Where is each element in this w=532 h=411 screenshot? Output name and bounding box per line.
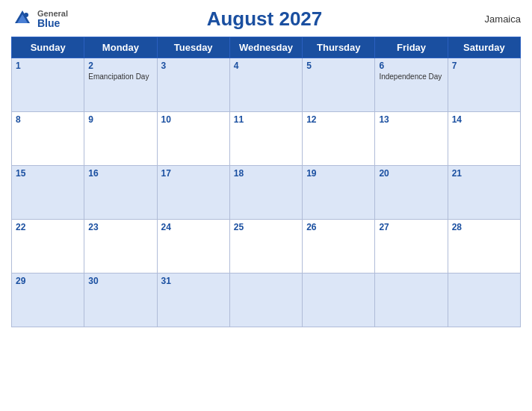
- calendar-day-cell: 29: [12, 274, 84, 327]
- calendar-day-cell: 24: [157, 220, 229, 274]
- day-number: 15: [16, 168, 80, 179]
- logo-blue: Blue: [37, 18, 68, 28]
- calendar-day-cell: 6Independence Day: [375, 58, 448, 112]
- col-thursday: Thursday: [303, 37, 375, 58]
- calendar-day-cell: 18: [229, 166, 302, 220]
- day-number: 27: [379, 222, 443, 232]
- calendar-day-cell: 27: [375, 220, 448, 274]
- day-number: 10: [161, 114, 226, 125]
- calendar-day-cell: 7: [448, 58, 520, 112]
- day-number: 13: [379, 114, 443, 125]
- svg-point-2: [24, 13, 28, 17]
- country-label: Jamaica: [461, 13, 521, 25]
- calendar-day-cell: 21: [448, 166, 520, 220]
- calendar-day-cell: [375, 274, 448, 327]
- calendar-day-cell: 31: [157, 274, 229, 327]
- calendar-week-row: 293031: [12, 274, 521, 327]
- calendar-day-cell: 15: [12, 166, 84, 220]
- day-number: 17: [161, 168, 226, 179]
- day-number: 25: [234, 222, 298, 232]
- calendar-week-row: 22232425262728: [12, 220, 521, 274]
- calendar-day-cell: 8: [12, 112, 84, 166]
- calendar-week-row: 15161718192021: [12, 166, 521, 220]
- page: General Blue August 2027 Jamaica Sunday …: [0, 0, 532, 411]
- calendar-day-cell: 10: [157, 112, 229, 166]
- calendar-day-cell: 19: [303, 166, 375, 220]
- day-number: 3: [161, 61, 226, 71]
- day-number: 9: [88, 114, 152, 125]
- calendar-day-cell: 22: [12, 220, 84, 274]
- day-number: 18: [234, 168, 298, 179]
- day-number: 8: [16, 114, 80, 125]
- logo-text: General Blue: [37, 10, 68, 28]
- day-number: 24: [161, 222, 226, 232]
- calendar-day-cell: 9: [84, 112, 157, 166]
- day-number: 6: [379, 61, 443, 71]
- col-wednesday: Wednesday: [229, 37, 302, 58]
- day-number: 31: [161, 276, 226, 286]
- calendar-body: 12Emancipation Day3456Independence Day78…: [12, 58, 521, 327]
- col-sunday: Sunday: [12, 37, 84, 58]
- logo-bird-icon: [11, 8, 34, 31]
- calendar-day-cell: 5: [303, 58, 375, 112]
- calendar-day-cell: 26: [303, 220, 375, 274]
- col-friday: Friday: [375, 37, 448, 58]
- day-number: 7: [452, 61, 516, 71]
- calendar-day-cell: 14: [448, 112, 520, 166]
- day-number: 1: [16, 61, 80, 71]
- day-number: 14: [452, 114, 516, 125]
- calendar-day-cell: 28: [448, 220, 520, 274]
- calendar-week-row: 891011121314: [12, 112, 521, 166]
- calendar-day-cell: 1: [12, 58, 84, 112]
- day-number: 28: [452, 222, 516, 232]
- calendar-day-cell: 3: [157, 58, 229, 112]
- calendar-header: General Blue August 2027 Jamaica: [11, 7, 521, 31]
- calendar-day-cell: 17: [157, 166, 229, 220]
- calendar-week-row: 12Emancipation Day3456Independence Day7: [12, 58, 521, 112]
- calendar-day-cell: 11: [229, 112, 302, 166]
- day-number: 22: [16, 222, 80, 232]
- day-number: 29: [16, 276, 80, 286]
- col-saturday: Saturday: [448, 37, 520, 58]
- calendar-day-cell: 20: [375, 166, 448, 220]
- day-number: 11: [234, 114, 298, 125]
- calendar-day-cell: 12: [303, 112, 375, 166]
- col-tuesday: Tuesday: [157, 37, 229, 58]
- calendar-day-cell: 2Emancipation Day: [84, 58, 157, 112]
- calendar-day-cell: 13: [375, 112, 448, 166]
- day-event: Independence Day: [379, 72, 443, 81]
- day-number: 30: [88, 276, 152, 286]
- day-event: Emancipation Day: [88, 72, 152, 81]
- calendar-day-cell: [303, 274, 375, 327]
- logo: General Blue: [11, 8, 68, 31]
- day-number: 19: [306, 168, 371, 179]
- calendar-day-cell: [448, 274, 520, 327]
- calendar-day-cell: 23: [84, 220, 157, 274]
- calendar-day-cell: 16: [84, 166, 157, 220]
- calendar-day-cell: 4: [229, 58, 302, 112]
- calendar-header-row: Sunday Monday Tuesday Wednesday Thursday…: [12, 37, 521, 58]
- calendar-table: Sunday Monday Tuesday Wednesday Thursday…: [11, 37, 521, 327]
- col-monday: Monday: [84, 37, 157, 58]
- day-number: 21: [452, 168, 516, 179]
- calendar-day-cell: 25: [229, 220, 302, 274]
- calendar-day-cell: [229, 274, 302, 327]
- day-number: 16: [88, 168, 152, 179]
- day-number: 26: [306, 222, 371, 232]
- day-number: 5: [306, 61, 371, 71]
- calendar-title: August 2027: [68, 7, 461, 31]
- day-number: 2: [88, 61, 152, 71]
- day-number: 12: [306, 114, 371, 125]
- calendar-day-cell: 30: [84, 274, 157, 327]
- day-number: 20: [379, 168, 443, 179]
- day-number: 23: [88, 222, 152, 232]
- day-number: 4: [234, 61, 298, 71]
